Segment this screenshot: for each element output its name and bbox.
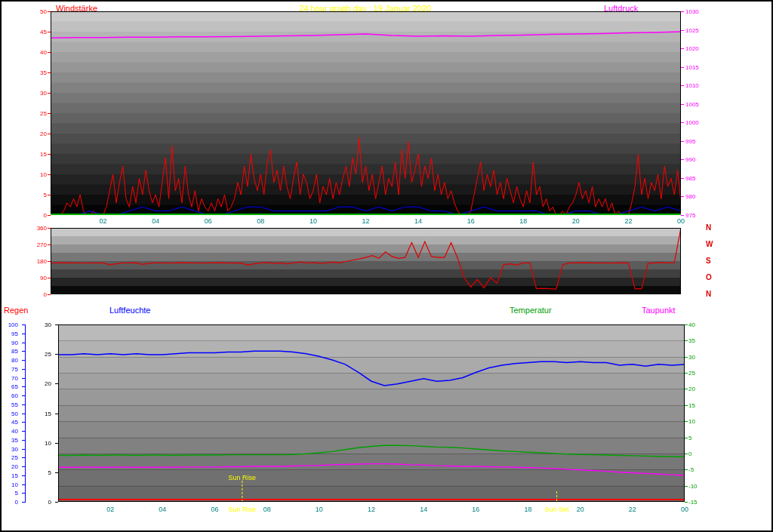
- tick-mark: [685, 421, 688, 422]
- tick-mark: [681, 30, 684, 31]
- direction-letter: N: [706, 224, 715, 231]
- wind-axis-tick: 30: [29, 90, 47, 97]
- direction-letter: N: [706, 291, 715, 297]
- hour-tick-top: 04: [146, 218, 165, 225]
- rain-axis-tick: 0: [32, 499, 51, 506]
- tick-mark: [685, 438, 688, 438]
- hour-tick-bottom: 18: [519, 506, 537, 513]
- hour-tick-bottom: 04: [153, 506, 171, 513]
- tick-mark: [685, 324, 688, 325]
- rain-axis-tick: 5: [32, 469, 51, 476]
- tick-mark: [22, 449, 25, 450]
- tick-mark: [22, 431, 25, 432]
- hour-tick-bottom: 08: [258, 506, 276, 513]
- tick-mark: [681, 141, 684, 142]
- temperature-axis-tick: 5: [688, 435, 707, 441]
- humidity-axis-tick: 35: [2, 437, 18, 444]
- pressure-axis-tick: 980: [685, 193, 708, 200]
- pressure-axis-tick: 975: [685, 212, 708, 219]
- hour-tick-top: 16: [462, 218, 480, 225]
- tick-mark: [681, 48, 684, 49]
- temperature-axis-tick: 15: [688, 402, 707, 409]
- tick-mark: [685, 486, 688, 487]
- tick-mark: [48, 294, 51, 295]
- hour-tick-top: 12: [357, 218, 375, 225]
- humidity-axis-tick: 60: [2, 392, 18, 399]
- temperature-axis-tick: 30: [688, 354, 707, 361]
- humidity-axis-tick: 55: [2, 401, 18, 408]
- humidity-axis-tick: 100: [2, 321, 18, 328]
- wind-axis-tick: 0: [29, 212, 47, 219]
- humidity-axis-tick: 5: [2, 490, 18, 497]
- rain-axis-tick: 10: [32, 440, 51, 447]
- tick-mark: [681, 178, 684, 179]
- temperature-axis-tick: 20: [688, 386, 707, 392]
- tick-mark: [681, 67, 684, 68]
- tick-mark: [22, 502, 25, 503]
- wind-axis-tick: 5: [29, 192, 47, 198]
- tick-mark: [22, 493, 25, 494]
- direction-axis-tick: 90: [29, 275, 47, 281]
- hour-tick-bottom: 02: [101, 506, 119, 513]
- humidity-temperature-chart-canvas: [58, 324, 685, 502]
- tick-mark: [22, 457, 25, 458]
- hour-tick-top: 14: [409, 218, 427, 225]
- hour-tick-bottom: 10: [310, 506, 328, 513]
- temperature-axis-tick: -15: [688, 499, 707, 506]
- hour-tick-bottom: 00: [676, 506, 694, 513]
- humidity-axis-tick: 0: [2, 499, 18, 506]
- humidity-axis-tick: 95: [2, 331, 18, 337]
- tick-mark: [681, 85, 684, 86]
- direction-letter: S: [706, 257, 715, 264]
- hour-tick-bottom: 22: [624, 506, 642, 513]
- pressure-axis-tick: 990: [685, 156, 708, 163]
- tick-mark: [22, 360, 25, 361]
- wind-axis-tick: 15: [29, 151, 47, 158]
- humidity-axis-tick: 50: [2, 411, 18, 417]
- wind-axis-tick: 25: [29, 110, 47, 117]
- wind-axis-tick: 20: [29, 131, 47, 137]
- temperature-axis-tick: 10: [688, 418, 707, 425]
- tick-mark: [22, 369, 25, 370]
- pressure-axis-tick: 1010: [685, 82, 708, 89]
- tick-mark: [22, 324, 25, 325]
- tick-mark: [22, 484, 25, 485]
- pressure-axis-tick: 1020: [685, 45, 708, 52]
- hour-tick-bottom: 14: [414, 506, 433, 513]
- tick-mark: [22, 414, 25, 414]
- wind-axis-tick: 45: [29, 29, 47, 35]
- wind-pressure-chart-canvas: [51, 11, 681, 215]
- humidity-axis-tick: 15: [2, 472, 18, 479]
- sun-label: Sun Rise: [226, 506, 259, 513]
- pressure-axis-tick: 985: [685, 175, 708, 182]
- rain-axis-tick: 15: [32, 411, 51, 417]
- hour-tick-top: 02: [94, 218, 112, 225]
- tick-mark: [25, 324, 26, 503]
- tick-mark: [681, 159, 684, 160]
- temperature-axis-tick: 0: [688, 451, 707, 457]
- humidity-axis-tick: 10: [2, 481, 18, 488]
- tick-mark: [681, 122, 684, 123]
- hour-tick-bottom: 20: [571, 506, 590, 513]
- rain-axis-tick: 25: [32, 351, 51, 358]
- hour-tick-top: 08: [251, 218, 269, 225]
- weather-24h-graph-page: Windstärke 24 hour graph day : 19 Januar…: [0, 0, 773, 532]
- pressure-axis-tick: 1015: [685, 64, 708, 71]
- tick-mark: [22, 386, 25, 387]
- humidity-axis-tick: 40: [2, 428, 18, 435]
- tick-mark: [22, 404, 25, 405]
- humidity-axis-tick: 80: [2, 357, 18, 364]
- humidity-axis-tick: 20: [2, 463, 18, 470]
- temperature-axis-tick: 40: [688, 321, 707, 328]
- wind-axis-tick: 35: [29, 69, 47, 76]
- tick-mark: [22, 378, 25, 379]
- tick-mark: [685, 454, 688, 454]
- tick-mark: [22, 395, 25, 396]
- direction-axis-tick: 270: [29, 241, 47, 248]
- tick-mark: [22, 466, 25, 467]
- hour-tick-bottom: 12: [362, 506, 380, 513]
- temperature-axis-tick: 35: [688, 337, 707, 344]
- hour-tick-top: 18: [514, 218, 532, 225]
- tick-mark: [22, 351, 25, 352]
- wind-axis-tick: 40: [29, 49, 47, 56]
